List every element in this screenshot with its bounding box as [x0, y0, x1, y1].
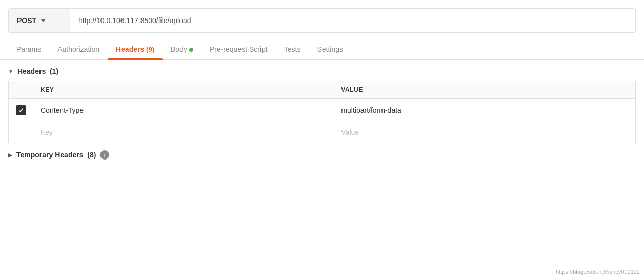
method-select[interactable]: POST — [9, 9, 70, 32]
th-checkbox — [9, 81, 34, 99]
row1-key-cell[interactable]: Content-Type — [33, 99, 334, 122]
th-value: VALUE — [334, 81, 635, 99]
table-row: Content-Type multipart/form-data — [9, 99, 636, 122]
temp-headers-toggle-icon[interactable]: ▶ — [8, 152, 12, 158]
method-label: POST — [17, 16, 36, 25]
table-row-empty: Key Value — [9, 122, 636, 143]
url-input[interactable] — [70, 16, 635, 25]
tab-prerequest[interactable]: Pre-request Script — [202, 39, 276, 59]
empty-key-cell[interactable]: Key — [33, 122, 334, 143]
tab-params[interactable]: Params — [8, 39, 49, 59]
chevron-down-icon — [41, 19, 46, 22]
headers-table: KEY VALUE Content-Type multipart/form-da… — [8, 81, 636, 143]
row1-value-cell[interactable]: multipart/form-data — [334, 99, 635, 122]
tab-authorization[interactable]: Authorization — [49, 39, 108, 59]
headers-badge: (9) — [146, 46, 154, 53]
table-header-row: KEY VALUE — [9, 81, 636, 99]
tab-headers[interactable]: Headers (9) — [108, 39, 163, 59]
row1-checkbox-cell — [9, 99, 34, 122]
tab-body[interactable]: Body — [163, 39, 202, 59]
info-icon[interactable]: i — [100, 150, 109, 160]
tab-settings[interactable]: Settings — [309, 39, 351, 59]
tab-tests[interactable]: Tests — [276, 39, 309, 59]
headers-toggle-icon[interactable]: ▼ — [8, 69, 13, 74]
empty-checkbox-cell — [9, 122, 34, 143]
th-key: KEY — [33, 81, 334, 99]
tabs: Params Authorization Headers (9) Body Pr… — [0, 39, 644, 60]
headers-section-header: ▼ Headers (1) — [8, 60, 636, 81]
headers-section-title: Headers (1) — [17, 67, 58, 75]
temp-headers-section-header: ▶ Temporary Headers (8) i — [8, 143, 636, 165]
url-bar: POST — [8, 8, 636, 33]
body-dot — [189, 48, 193, 52]
content-area: ▼ Headers (1) KEY VALUE Con — [0, 60, 644, 165]
empty-value-cell[interactable]: Value — [334, 122, 635, 143]
row1-checkbox-wrapper — [16, 105, 26, 115]
row1-checkbox[interactable] — [16, 105, 26, 115]
temp-headers-title: Temporary Headers (8) — [16, 151, 96, 159]
